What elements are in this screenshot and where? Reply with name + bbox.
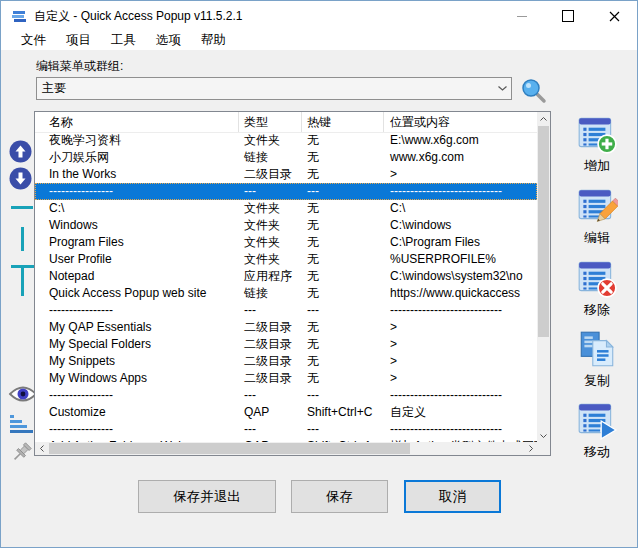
add-menu-top-button[interactable] [11, 265, 35, 297]
horizontal-scroll-thumb[interactable] [49, 443, 410, 454]
cell-hotkey: --- [302, 387, 384, 404]
table-row[interactable]: Notepad 应用程序 无 C:\windows\system32\no [35, 268, 537, 285]
scroll-left-icon[interactable] [35, 442, 48, 455]
cell-name: My QAP Essentials [35, 319, 239, 336]
table-row[interactable]: Program Files 文件夹 无 C:\Program Files [35, 234, 537, 251]
remove-item-icon [576, 257, 618, 299]
cell-hotkey: 无 [302, 217, 384, 234]
cell-hotkey: 无 [302, 319, 384, 336]
table-body: 夜晚学习资料 文件夹 无 E:\www.x6g.com 小刀娱乐网 链接 无 w… [35, 132, 537, 442]
cell-hotkey: 无 [302, 251, 384, 268]
copy-button[interactable]: 复制 [557, 328, 637, 390]
table-row[interactable]: My Windows Apps 二级目录 无 > [35, 370, 537, 387]
cell-name: Quick Access Popup web site [35, 285, 239, 302]
cell-location: C:\windows [384, 217, 537, 234]
close-button[interactable] [591, 1, 637, 31]
cell-type: --- [239, 421, 302, 438]
cell-type: 文件夹 [239, 251, 302, 268]
table-row[interactable]: C:\ 文件夹 无 C:\ [35, 200, 537, 217]
edit-item-icon [576, 185, 618, 227]
table-header: 名称 类型 热键 位置或内容 [35, 112, 537, 133]
table-row[interactable]: Windows 文件夹 无 C:\windows [35, 217, 537, 234]
table-row[interactable]: ---------------- --- --- ---------------… [35, 387, 537, 404]
table-row[interactable]: 夜晚学习资料 文件夹 无 E:\www.x6g.com [35, 132, 537, 149]
copy-button-label: 复制 [584, 372, 610, 390]
table-row[interactable]: My QAP Essentials 二级目录 无 > [35, 319, 537, 336]
edit-button[interactable]: 编辑 [557, 185, 637, 247]
cell-type: 二级目录 [239, 319, 302, 336]
table-row[interactable]: 小刀娱乐网 链接 无 www.x6g.com [35, 149, 537, 166]
save-button[interactable]: 保存 [291, 480, 388, 513]
menu-tools[interactable]: 工具 [102, 31, 145, 51]
table-row[interactable]: In the Works 二级目录 无 > [35, 166, 537, 183]
cell-location: www.x6g.com [384, 149, 537, 166]
cell-name: ---------------- [35, 387, 239, 404]
cell-location: > [384, 166, 537, 183]
scroll-right-icon[interactable] [524, 442, 537, 455]
table-row[interactable]: My Special Folders 二级目录 无 > [35, 336, 537, 353]
cell-name: C:\ [35, 200, 239, 217]
table-row[interactable]: My Snippets 二级目录 无 > [35, 353, 537, 370]
arrow-down-icon [9, 167, 32, 190]
menu-items[interactable]: 项目 [57, 31, 100, 51]
column-header-location[interactable]: 位置或内容 [384, 112, 537, 132]
save-and-exit-button[interactable]: 保存并退出 [138, 480, 276, 513]
cell-hotkey: 无 [302, 353, 384, 370]
cell-name: Customize [35, 404, 239, 421]
column-header-type[interactable]: 类型 [239, 112, 302, 132]
cell-location: C:\Program Files [384, 234, 537, 251]
cell-location: E:\www.x6g.com [384, 132, 537, 149]
cell-name: My Windows Apps [35, 370, 239, 387]
cell-type: 文件夹 [239, 217, 302, 234]
close-icon [609, 11, 620, 22]
cell-type: 文件夹 [239, 132, 302, 149]
cell-type: 应用程序 [239, 268, 302, 285]
add-separator-button[interactable] [11, 206, 33, 209]
minimize-button[interactable] [499, 1, 545, 31]
menu-file[interactable]: 文件 [12, 31, 55, 51]
move-down-button[interactable] [9, 167, 32, 194]
items-table: 名称 类型 热键 位置或内容 夜晚学习资料 文件夹 无 E:\www.x6g.c… [34, 111, 551, 456]
pin-icon [8, 441, 36, 469]
column-header-hotkey[interactable]: 热键 [302, 112, 384, 132]
cell-hotkey: 无 [302, 234, 384, 251]
cell-name: Windows [35, 217, 239, 234]
cell-type: 链接 [239, 149, 302, 166]
cell-location: ---------------------------- [384, 421, 537, 438]
table-row[interactable]: ---------------- --- --- ---------------… [35, 183, 537, 200]
cancel-button[interactable]: 取消 [404, 480, 501, 513]
table-row[interactable]: Customize QAP Shift+Ctrl+C 自定义 [35, 404, 537, 421]
table-row[interactable]: User Profile 文件夹 无 %USERPROFILE% [35, 251, 537, 268]
menu-group-combobox[interactable]: 主要 [36, 77, 512, 100]
move-item-icon [576, 399, 618, 441]
column-header-name[interactable]: 名称 [35, 112, 239, 132]
vertical-scroll-thumb[interactable] [538, 126, 549, 337]
move-up-button[interactable] [9, 140, 32, 167]
table-row[interactable]: Quick Access Popup web site 链接 无 https:/… [35, 285, 537, 302]
vertical-scrollbar[interactable] [537, 112, 550, 442]
menu-bar: 文件 项目 工具 选项 帮助 [1, 31, 637, 50]
move-button[interactable]: 移动 [557, 399, 637, 461]
add-column-break-button[interactable] [21, 227, 24, 251]
cell-name: Notepad [35, 268, 239, 285]
scroll-up-icon[interactable] [537, 112, 550, 125]
table-row[interactable]: ---------------- --- --- ---------------… [35, 421, 537, 438]
menu-options[interactable]: 选项 [147, 31, 190, 51]
cell-location: 自定义 [384, 404, 537, 421]
sort-items-button[interactable] [10, 415, 34, 435]
cell-hotkey: 无 [302, 370, 384, 387]
cell-hotkey: 无 [302, 166, 384, 183]
horizontal-scrollbar[interactable] [35, 442, 537, 455]
menu-help[interactable]: 帮助 [192, 31, 235, 51]
cell-hotkey: 无 [302, 149, 384, 166]
maximize-button[interactable] [545, 1, 591, 31]
scroll-down-icon[interactable] [537, 429, 550, 442]
add-button[interactable]: 增加 [557, 113, 637, 175]
remove-button[interactable]: 移除 [557, 257, 637, 319]
cell-type: --- [239, 302, 302, 319]
pin-button[interactable] [8, 441, 36, 473]
search-button[interactable] [519, 76, 547, 104]
arrow-up-icon [9, 140, 32, 163]
app-icon [11, 8, 27, 24]
table-row[interactable]: ---------------- --- --- ---------------… [35, 302, 537, 319]
